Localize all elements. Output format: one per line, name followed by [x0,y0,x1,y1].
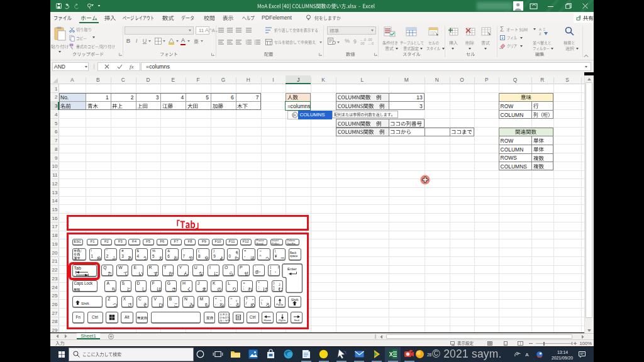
svg-text:A: A [539,28,541,31]
svg-text:Z: Z [539,32,541,36]
svg-text:Enter: Enter [287,266,297,271]
svg-text:fx: fx [293,112,296,117]
